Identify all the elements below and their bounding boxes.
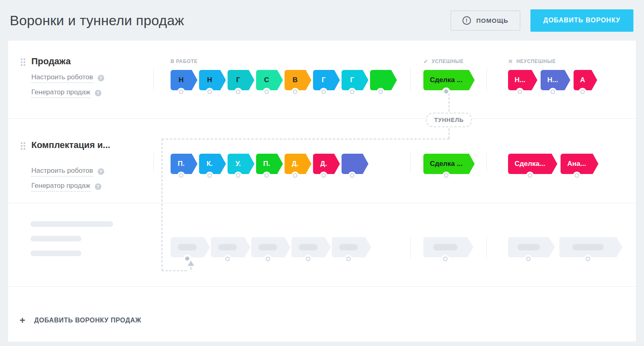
stage-connector-dot[interactable] — [574, 173, 579, 178]
stage-label: Сделка... — [515, 160, 545, 168]
funnel-row-1: Продажа Настроить роботов ? Генератор пр… — [8, 41, 636, 119]
skeleton-stage-bar — [433, 244, 457, 250]
skeleton-stages — [153, 203, 636, 286]
skeleton-info — [8, 203, 153, 286]
funnel-row-skeleton — [8, 203, 636, 287]
skeleton-bar — [31, 250, 81, 256]
stage-connector-dot[interactable] — [322, 173, 326, 178]
divider — [153, 153, 154, 172]
stage-connector-dot[interactable] — [322, 89, 326, 94]
stage-chip[interactable]: Сделка... — [508, 154, 552, 174]
stage-chip[interactable]: К. — [199, 154, 220, 174]
help-button-label: ПОМОЩЬ — [476, 17, 508, 24]
skeleton-stage-bar — [258, 244, 277, 250]
funnel-2-fail-chips: Сделка...Ана... — [508, 154, 636, 174]
stage-connector-dot[interactable] — [350, 89, 355, 94]
skeleton-bar — [31, 221, 113, 227]
question-icon[interactable]: ? — [98, 75, 104, 81]
stage-connector-dot — [346, 257, 351, 261]
tunnel-badge[interactable]: ТУННЕЛЬ — [426, 113, 472, 127]
question-icon[interactable]: ? — [95, 90, 101, 96]
add-sales-funnel-button[interactable]: + ДОБАВИТЬ ВОРОНКУ ПРОДАЖ — [20, 316, 141, 325]
stage-connector-dot[interactable] — [379, 89, 383, 94]
skeleton-stage-chip — [559, 237, 616, 257]
drag-handle-icon[interactable] — [21, 142, 25, 150]
skeleton-progress-chips — [171, 237, 410, 257]
funnel-2-configure-robots-link[interactable]: Настроить роботов — [31, 167, 93, 176]
stage-connector-dot[interactable] — [265, 89, 269, 94]
stage-connector-dot — [306, 257, 311, 261]
stage-connector-dot — [586, 257, 590, 261]
stage-chip[interactable]: У. — [228, 154, 249, 174]
stage-connector-dot[interactable] — [443, 89, 449, 94]
stage-chip[interactable]: Г — [228, 70, 249, 90]
stage-connector-dot[interactable] — [550, 89, 555, 94]
stage-label: Ана... — [567, 160, 586, 168]
stage-chip[interactable]: Н — [199, 70, 220, 90]
skeleton-stage-bar — [572, 244, 604, 250]
stage-label: Д. — [292, 160, 299, 168]
stage-chip[interactable]: Д. — [285, 154, 306, 174]
stage-label: Г — [322, 76, 326, 84]
funnel-2-stages: П.К.У.П.Д.Д. Сделка ... Сделка...Ана... — [153, 119, 636, 203]
funnel-1-success-chips: Сделка ... — [423, 70, 486, 90]
stage-connector-dot[interactable] — [208, 173, 212, 178]
stage-connector-dot — [184, 256, 190, 261]
skeleton-stage-bar — [517, 244, 540, 250]
stage-label: У. — [235, 160, 241, 168]
stage-connector-dot[interactable] — [444, 173, 449, 178]
stage-chip[interactable]: А — [574, 70, 591, 90]
stage-connector-dot[interactable] — [350, 173, 355, 178]
stage-label: П. — [178, 160, 185, 168]
funnel-2-sales-generator-link[interactable]: Генератор продаж — [31, 182, 90, 191]
stage-chip[interactable]: Ана... — [561, 154, 592, 174]
stage-chip[interactable] — [342, 154, 363, 174]
stage-connector-dot[interactable] — [528, 173, 532, 178]
funnel-1-sales-generator-link[interactable]: Генератор продаж — [31, 88, 90, 98]
stage-connector-dot[interactable] — [236, 173, 241, 178]
stage-chip[interactable]: П. — [256, 154, 277, 174]
stage-chip[interactable]: Г — [313, 70, 334, 90]
stage-connector-dot[interactable] — [179, 173, 184, 178]
stage-chip[interactable]: П. — [171, 154, 192, 174]
funnel-1-configure-robots-link[interactable]: Настроить роботов — [31, 73, 93, 83]
question-icon[interactable]: ? — [98, 168, 104, 175]
question-icon[interactable]: ? — [95, 183, 101, 190]
stage-label: Н — [207, 76, 212, 84]
stage-chip[interactable]: В — [285, 70, 306, 90]
funnel-1-title[interactable]: Продажа — [31, 56, 153, 67]
stage-label: С — [264, 76, 269, 84]
stage-connector-dot[interactable] — [179, 89, 184, 94]
stage-chip[interactable]: Сделка ... — [423, 70, 469, 90]
stage-connector-dot[interactable] — [518, 89, 522, 94]
stage-connector-dot[interactable] — [208, 89, 212, 94]
stage-connector-dot[interactable] — [236, 89, 241, 94]
stage-chip[interactable] — [370, 70, 391, 90]
funnel-2-title[interactable]: Комплектация и... — [31, 140, 153, 150]
stage-connector-dot[interactable] — [293, 89, 298, 94]
stage-chip[interactable]: Д. — [313, 154, 334, 174]
stage-connector-dot[interactable] — [265, 173, 269, 178]
funnels-card: Продажа Настроить роботов ? Генератор пр… — [8, 41, 636, 342]
divider — [153, 67, 154, 91]
stage-label: К. — [206, 160, 212, 168]
info-circle-icon: ! — [462, 16, 471, 25]
stage-chip[interactable]: Н... — [508, 70, 532, 90]
funnel-1-progress-chips: ННГСВГГ — [171, 70, 410, 90]
skeleton-stage-chip — [423, 237, 467, 257]
stage-connector-dot[interactable] — [580, 89, 585, 94]
funnel-2-info: Комплектация и... Настроить роботов ? Ге… — [8, 119, 153, 203]
stage-chip[interactable]: Сделка ... — [423, 154, 469, 174]
funnel-2-progress-chips: П.К.У.П.Д.Д. — [171, 154, 410, 174]
skeleton-fail-chips — [508, 237, 636, 257]
drag-handle-icon[interactable] — [21, 59, 25, 66]
stage-chip[interactable]: Н... — [541, 70, 564, 90]
add-funnel-button[interactable]: ДОБАВИТЬ ВОРОНКУ — [530, 9, 633, 32]
divider — [486, 67, 487, 91]
help-button[interactable]: ! ПОМОЩЬ — [451, 11, 520, 30]
stage-chip[interactable]: С — [256, 70, 277, 90]
stage-connector-dot — [226, 257, 230, 261]
stage-chip[interactable]: Н — [171, 70, 192, 90]
stage-connector-dot[interactable] — [293, 173, 298, 178]
stage-chip[interactable]: Г — [342, 70, 363, 90]
